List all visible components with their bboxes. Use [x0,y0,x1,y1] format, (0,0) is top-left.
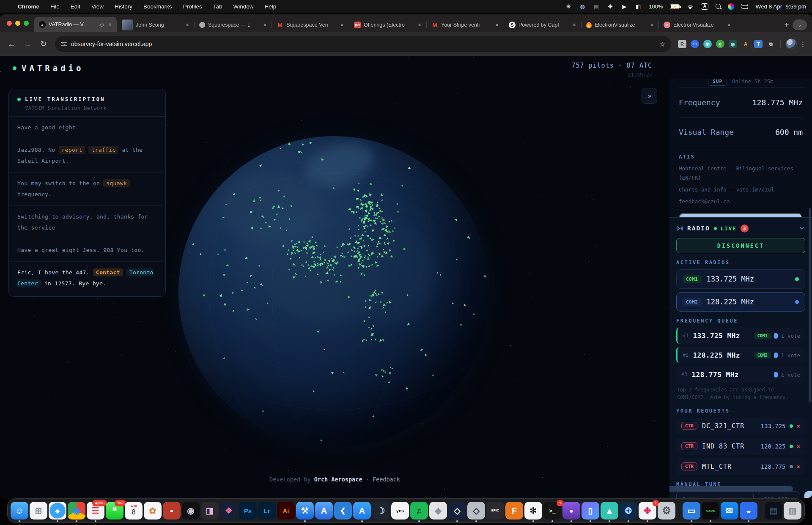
aircraft-marker[interactable] [247,309,250,312]
ext-puzzle-icon[interactable]: ⧉ [767,40,775,48]
browser-tab-4[interactable]: RCOfferings (Electro× [349,18,426,32]
aircraft-marker[interactable] [351,249,353,252]
aircraft-marker[interactable] [290,252,293,255]
callsign-input[interactable] [676,491,754,498]
dock-icon-davinci-resolve[interactable]: ❖ [220,502,238,520]
menubar-item-history[interactable]: History [115,3,132,10]
aircraft-marker[interactable] [368,253,370,256]
dock-icon-film-reel-app[interactable]: ◉ [182,502,200,520]
aircraft-marker[interactable] [283,245,285,247]
aircraft-marker[interactable] [348,228,350,230]
aircraft-marker[interactable] [382,339,384,342]
dock-icon-bear[interactable]: ● [163,502,181,520]
request-row[interactable]: CTRDC_321_CTR133.725× [676,418,805,435]
zoom-window-button[interactable] [24,21,29,26]
reload-button[interactable]: ↻ [36,37,51,51]
aircraft-marker[interactable] [393,240,395,242]
radio-panel-header[interactable]: RADIO LIVE 3 [676,223,805,234]
ext-r-icon[interactable]: R [678,40,686,48]
bookmark-star-icon[interactable]: ☆ [659,40,665,48]
dock-icon-app-store[interactable]: A [353,502,371,520]
dock-icon-ai-assistant-app[interactable]: ◒ [740,502,757,520]
active-radio-row[interactable]: COM1133.725 MHz [676,269,805,289]
dock-icon-github-desktop[interactable]: ● [562,502,580,520]
browser-tab-6[interactable]: SPowered by Capf× [504,18,581,32]
dock-icon-final-cut-pro[interactable]: ◨ [201,502,219,520]
menubar-item-help[interactable]: Help [264,3,276,10]
remove-request-button[interactable]: × [797,463,800,470]
aircraft-marker[interactable] [354,256,356,257]
aircraft-marker[interactable] [376,264,379,267]
aircraft-marker[interactable] [357,267,359,269]
aircraft-marker[interactable] [362,265,365,268]
url-text[interactable]: obsurvey-for-vatsim.vercel.app [71,41,655,47]
active-radio-row[interactable]: COM2128.225 MHz [676,292,805,312]
dock-icon-chatgpt[interactable]: ✻ [524,502,542,520]
dock-icon-xcode[interactable]: ⚒ [296,502,314,520]
menubar-clock[interactable]: Wed 8 Apr 9:59 pm [755,3,806,10]
aircraft-marker[interactable] [370,224,372,226]
aircraft-marker[interactable] [360,208,362,211]
horizontal-scrollbar[interactable] [669,486,793,492]
browser-tab-8[interactable]: eElectronVisualize× [658,18,736,32]
aircraft-marker[interactable] [388,221,390,223]
printer-status-icon[interactable]: ▤ [593,3,600,10]
aircraft-marker[interactable] [376,246,379,248]
aircraft-marker[interactable] [348,208,351,210]
dock-icon-cube-3d-light[interactable]: ◆ [429,502,447,520]
close-window-button[interactable] [7,21,12,26]
request-row[interactable]: CTRMTL_CTR128.775× [676,458,805,475]
dock-icon-finder[interactable]: ☺ [11,502,28,520]
aircraft-marker[interactable] [436,272,438,274]
dock-icon-lightroom[interactable]: Lr [258,502,276,520]
aircraft-marker[interactable] [333,267,335,269]
tab-close-button[interactable]: × [494,22,500,28]
address-bar[interactable]: obsurvey-for-vatsim.vercel.app ☆ [55,36,671,52]
ext-nordpass-icon[interactable]: ◠ [691,40,699,48]
dock-icon-launchpad[interactable]: ⊞ [30,502,47,520]
aircraft-marker[interactable] [403,248,406,250]
aircraft-marker[interactable] [368,244,370,246]
browser-tab-3[interactable]: MSquarespace Veri× [272,18,349,32]
dock-icon-exec-app[interactable]: exec [702,502,719,520]
menubar-item-view[interactable]: View [91,3,104,10]
disconnect-button[interactable]: DISCONNECT [676,238,805,253]
tab-close-button[interactable]: × [184,22,191,28]
dock-icon-reminders[interactable]: ☰4,290 [87,502,104,520]
aircraft-marker[interactable] [365,204,368,207]
browser-tab-0[interactable]: VATRadio — V◁)× [34,17,117,32]
aircraft-marker[interactable] [365,300,367,302]
aircraft-marker[interactable] [223,249,226,251]
aircraft-marker[interactable] [312,265,315,268]
queue-row[interactable]: #2128.225 MHzCOM21 vote [676,347,805,363]
globe[interactable] [178,136,490,447]
dock-icon-minimized-window[interactable]: ▤ [765,502,782,520]
manual-frequency-input[interactable] [758,491,800,498]
ext-translate-icon[interactable]: T [754,40,763,48]
aircraft-marker[interactable] [266,302,269,304]
dock-icon-fusion-360[interactable]: F [505,502,523,520]
siri-icon[interactable] [728,3,734,10]
aircraft-marker[interactable] [325,272,327,274]
aircraft-marker[interactable] [299,257,301,259]
raycast-status-icon[interactable]: ◍ [579,3,586,10]
tab-close-button[interactable]: × [648,22,655,28]
aircraft-marker[interactable] [381,369,383,372]
aircraft-marker[interactable] [241,290,243,291]
aircraft-marker[interactable] [274,219,277,221]
ext-a-icon[interactable]: A [741,40,750,48]
queue-row[interactable]: #3128.775 MHz1 vote [676,366,805,383]
cube-status-icon[interactable]: ✥ [607,3,614,10]
aircraft-marker[interactable] [372,229,375,232]
minimize-window-button[interactable] [15,21,20,26]
new-tab-button[interactable]: + [781,19,793,31]
aircraft-marker[interactable] [360,273,363,276]
menubar-item-edit[interactable]: Edit [71,3,80,10]
dock-icon-iphone-mirroring[interactable]: ▯ [582,502,599,520]
dock-icon-messages[interactable]: ❝192 [106,502,123,520]
remove-request-button[interactable]: × [797,443,800,450]
aircraft-marker[interactable] [370,339,372,341]
dock-icon-calendar[interactable]: Wed8 [125,502,143,520]
aircraft-marker[interactable] [383,219,386,222]
aircraft-marker[interactable] [358,238,360,240]
